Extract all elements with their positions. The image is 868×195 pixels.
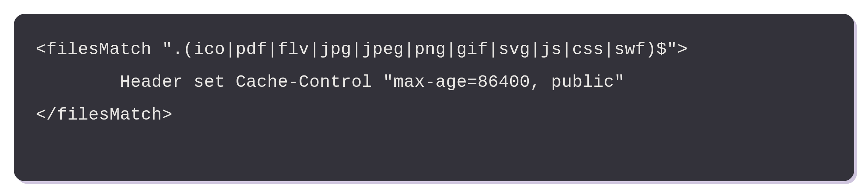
code-line-2: Header set Cache-Control "max-age=86400,… [36,66,832,99]
code-line-3: </filesMatch> [36,99,832,131]
code-block: <filesMatch ".(ico|pdf|flv|jpg|jpeg|png|… [14,14,854,181]
code-line-1: <filesMatch ".(ico|pdf|flv|jpg|jpeg|png|… [36,33,832,66]
